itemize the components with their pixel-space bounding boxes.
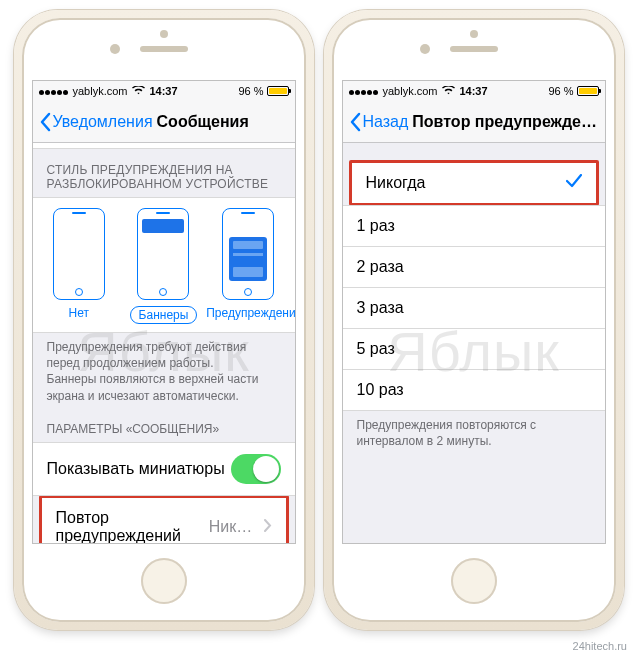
phone-mockup-right: yablyk.com 14:37 96 % (324, 10, 624, 630)
alert-style-alerts-label: Предупреждения (206, 306, 294, 320)
carrier-label: yablyk.com (73, 85, 128, 97)
battery-icon (267, 86, 289, 96)
alert-style-none[interactable]: Нет (37, 208, 121, 324)
option-never[interactable]: Никогда (352, 163, 596, 203)
option-label: 5 раз (357, 340, 395, 358)
highlight-repeat-alerts: Повтор предупреждений Никог… (39, 495, 289, 543)
option-5[interactable]: 5 раз (343, 329, 605, 370)
back-label: Уведомления (53, 113, 153, 131)
alert-style-alerts[interactable]: Предупреждения (206, 208, 290, 324)
option-label: 3 раза (357, 299, 404, 317)
back-button[interactable]: Назад (349, 112, 409, 132)
page-title: Повтор предупреждений (412, 113, 598, 131)
signal-dots-icon (39, 85, 69, 97)
wifi-icon (442, 86, 455, 96)
earpiece-speaker (140, 46, 188, 52)
proximity-sensor (470, 30, 478, 38)
show-thumbnails-switch[interactable] (231, 454, 281, 484)
back-label: Назад (363, 113, 409, 131)
chevron-left-icon (349, 112, 361, 132)
show-thumbnails-row: Показывать миниатюры (33, 442, 295, 496)
status-bar: yablyk.com 14:37 96 % (33, 81, 295, 101)
status-bar: yablyk.com 14:37 96 % (343, 81, 605, 101)
alert-style-banners-label: Баннеры (130, 306, 198, 324)
comparison-stage: yablyk.com 14:37 96 % (0, 0, 637, 658)
source-credit: 24hitech.ru (573, 640, 627, 652)
battery-percent: 96 % (238, 85, 263, 97)
status-time: 14:37 (459, 85, 487, 97)
repeat-footer-note: Предупреждения повторяются с интервалом … (343, 411, 605, 459)
option-2[interactable]: 2 раза (343, 247, 605, 288)
option-3[interactable]: 3 раза (343, 288, 605, 329)
option-label: 10 раз (357, 381, 404, 399)
alert-style-none-label: Нет (69, 306, 89, 320)
checkmark-icon (566, 174, 582, 192)
repeat-options-list: Никогда 1 раз 2 раза 3 раза (343, 143, 605, 543)
alert-style-banners[interactable]: Баннеры (122, 208, 206, 324)
signal-dots-icon (349, 85, 379, 97)
page-title: Сообщения (157, 113, 249, 131)
messages-params-header: ПАРАМЕТРЫ «СООБЩЕНИЯ» (33, 414, 295, 442)
option-10[interactable]: 10 раз (343, 370, 605, 411)
phone-mockup-left: yablyk.com 14:37 96 % (14, 10, 314, 630)
home-button[interactable] (451, 558, 497, 604)
repeat-alerts-label: Повтор предупреждений (56, 509, 209, 543)
phone-top-hardware (22, 18, 306, 80)
phone-top-hardware (332, 18, 616, 80)
show-thumbnails-label: Показывать миниатюры (47, 460, 225, 478)
screen-left: yablyk.com 14:37 96 % (32, 80, 296, 544)
settings-content: СТИЛЬ ПРЕДУПРЕЖДЕНИЯ НА РАЗБЛОКИРОВАННОМ… (33, 143, 295, 543)
alert-style-picker: Нет Баннеры Предупреждения (33, 197, 295, 333)
chevron-left-icon (39, 112, 51, 132)
phone-bezel: yablyk.com 14:37 96 % (22, 18, 306, 622)
alert-style-footer: Предупреждения требуют действия перед пр… (33, 333, 295, 414)
option-label: Никогда (366, 174, 426, 192)
screen-right: yablyk.com 14:37 96 % (342, 80, 606, 544)
back-button[interactable]: Уведомления (39, 112, 153, 132)
front-camera (420, 44, 430, 54)
home-button[interactable] (141, 558, 187, 604)
alert-style-header: СТИЛЬ ПРЕДУПРЕЖДЕНИЯ НА РАЗБЛОКИРОВАННОМ… (33, 149, 295, 197)
phone-bezel: yablyk.com 14:37 96 % (332, 18, 616, 622)
battery-icon (577, 86, 599, 96)
highlight-never-option: Никогда (349, 160, 599, 206)
repeat-alerts-value: Никог… (209, 518, 258, 536)
front-camera (110, 44, 120, 54)
wifi-icon (132, 86, 145, 96)
earpiece-speaker (450, 46, 498, 52)
repeat-alerts-row[interactable]: Повтор предупреждений Никог… (42, 498, 286, 543)
proximity-sensor (160, 30, 168, 38)
option-label: 1 раз (357, 217, 395, 235)
nav-bar: Уведомления Сообщения (33, 101, 295, 143)
status-time: 14:37 (149, 85, 177, 97)
option-1[interactable]: 1 раз (343, 205, 605, 247)
carrier-label: yablyk.com (383, 85, 438, 97)
option-label: 2 раза (357, 258, 404, 276)
nav-bar: Назад Повтор предупреждений (343, 101, 605, 143)
battery-percent: 96 % (548, 85, 573, 97)
chevron-right-icon (264, 518, 272, 536)
